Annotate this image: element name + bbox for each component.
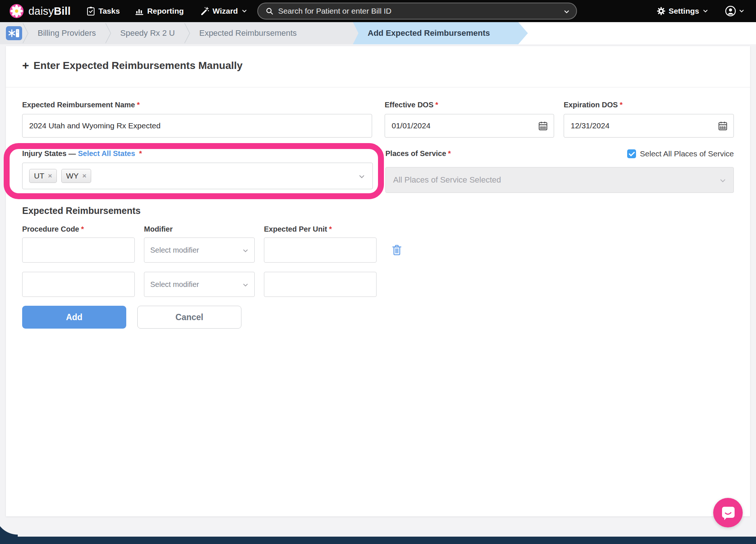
calendar-icon[interactable] [538, 121, 548, 131]
global-search[interactable] [257, 3, 577, 20]
nav-settings-label: Settings [669, 7, 699, 15]
breadcrumb-trail: Billing Providers Speedy Rx 2 U Expected… [0, 22, 359, 44]
top-navbar: daisyBill Tasks Reporting [0, 0, 756, 22]
reimbursement-name-input[interactable] [22, 114, 372, 138]
checkbox-checked-icon[interactable] [627, 149, 636, 158]
remove-tag-icon[interactable]: × [82, 172, 86, 180]
wizard-chevron-down-icon [241, 8, 248, 14]
nav-tasks-label: Tasks [99, 7, 120, 15]
page-title: + Enter Expected Reimbursements Manually [22, 46, 734, 72]
places-of-service-select: All Places of Service Selected [385, 167, 734, 193]
breadcrumb-separator [105, 22, 111, 44]
search-chevron-down-icon[interactable] [563, 8, 570, 15]
breadcrumb-active-add-expected-reimbursements: Add Expected Reimbursements [353, 22, 528, 44]
modifier-label: Modifier [144, 225, 255, 234]
chat-widget-button[interactable] [713, 498, 743, 527]
brand-wordmark: daisyBill [28, 5, 71, 17]
user-chevron-down-icon [738, 8, 745, 14]
breadcrumb-speedy-rx[interactable]: Speedy Rx 2 U [111, 28, 184, 38]
injury-states-multiselect[interactable]: UT × WY × [22, 163, 373, 189]
expected-per-unit-input[interactable] [264, 238, 377, 263]
page-background: + Enter Expected Reimbursements Manually… [0, 44, 756, 544]
chat-smile-icon [719, 504, 736, 521]
places-of-service-label: Places of Service* [385, 149, 451, 158]
user-avatar-icon [725, 6, 736, 17]
section-heading: Expected Reimbursements [22, 205, 734, 216]
state-tag-ut: UT × [29, 169, 57, 183]
wizard-wand-icon [200, 7, 209, 16]
nav-reporting[interactable]: Reporting [135, 7, 184, 15]
reimbursement-row: Select modifier [22, 238, 734, 263]
reporting-barchart-icon [135, 7, 144, 15]
heading-divider [6, 87, 750, 87]
expiration-dos-label: Expiration DOS* [564, 101, 734, 110]
reimbursement-row: Select modifier [22, 272, 734, 297]
expected-per-unit-input[interactable] [264, 272, 377, 297]
settings-chevron-down-icon [702, 8, 709, 14]
name-label: Expected Reimbursement Name* [22, 101, 372, 110]
daisybill-flower-icon [10, 4, 24, 18]
bottom-bar [0, 537, 756, 544]
select-all-places-checkbox[interactable]: Select All Places of Service [627, 149, 734, 158]
nav-reporting-label: Reporting [147, 7, 184, 15]
bottom-left-corner-shape [0, 512, 18, 537]
select-all-states-link[interactable]: Select All States [78, 149, 135, 157]
tasks-clipboard-icon [86, 6, 95, 16]
delete-row-button[interactable] [391, 244, 402, 256]
breadcrumb-expected-reimbursements[interactable]: Expected Reimbursements [190, 28, 306, 38]
effective-dos-input[interactable] [385, 114, 554, 138]
brand-logo[interactable]: daisyBill [10, 4, 71, 18]
expiration-dos-input[interactable] [564, 114, 734, 138]
procedure-code-input[interactable] [22, 238, 135, 263]
modifier-select[interactable]: Select modifier [144, 238, 255, 263]
effective-dos-label: Effective DOS* [385, 101, 554, 110]
breadcrumb-separator [184, 22, 190, 44]
modifier-select[interactable]: Select modifier [144, 272, 255, 297]
breadcrumb-billing-providers[interactable]: Billing Providers [29, 28, 105, 38]
nav-settings[interactable]: Settings [657, 7, 709, 15]
procedure-code-input[interactable] [22, 272, 135, 297]
trash-icon [391, 244, 402, 256]
dropdown-chevron-icon [242, 247, 249, 254]
dropdown-chevron-icon[interactable] [358, 173, 366, 181]
procedure-code-label: Procedure Code* [22, 225, 135, 234]
main-card: + Enter Expected Reimbursements Manually… [6, 46, 750, 516]
nav-wizard-label: Wizard [213, 7, 238, 15]
add-button[interactable]: Add [22, 306, 126, 329]
dropdown-chevron-icon [719, 177, 727, 185]
plus-icon: + [22, 59, 29, 72]
search-input[interactable] [278, 7, 569, 15]
dropdown-chevron-icon [242, 281, 249, 289]
search-icon [265, 7, 274, 15]
state-tag-wy: WY × [61, 169, 91, 183]
nav-user-menu[interactable] [725, 6, 745, 17]
billing-provider-icon[interactable] [6, 26, 22, 40]
remove-tag-icon[interactable]: × [48, 172, 52, 180]
expected-per-unit-label: Expected Per Unit* [264, 225, 377, 234]
nav-wizard[interactable]: Wizard [200, 7, 248, 16]
gear-icon [657, 7, 666, 15]
cancel-button[interactable]: Cancel [137, 306, 241, 329]
breadcrumb: Billing Providers Speedy Rx 2 U Expected… [0, 22, 756, 44]
calendar-icon[interactable] [718, 121, 728, 131]
nav-tasks[interactable]: Tasks [86, 6, 120, 16]
injury-states-label: Injury States — Select All States * [22, 149, 373, 158]
breadcrumb-separator [22, 22, 29, 44]
